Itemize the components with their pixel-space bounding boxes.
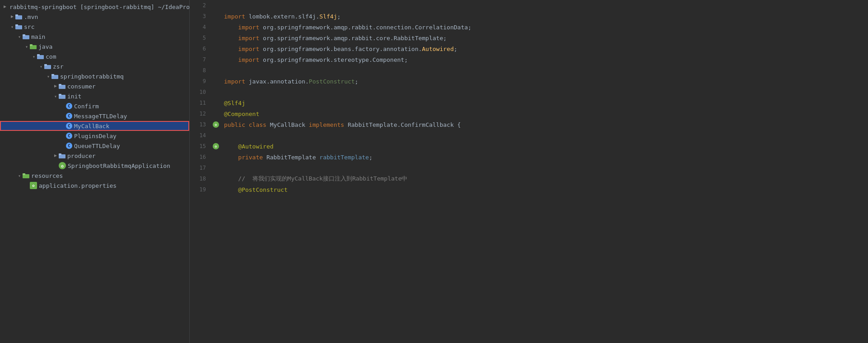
com-label: com [46, 53, 56, 60]
code-content-7: import org.springframework.stereotype.Co… [220, 54, 868, 65]
props-icon: ✿ [30, 182, 37, 189]
line-num-8: 8 [190, 65, 211, 76]
tree-item-springbootrabbitmq[interactable]: springbootrabbitmq [0, 71, 189, 81]
tree-item-MessageTTLDelay[interactable]: C MessageTTLDelay [0, 111, 189, 121]
gutter-12 [211, 108, 220, 119]
messagettldelay-label: MessageTTLDelay [74, 113, 127, 120]
svg-rect-11 [30, 44, 33, 46]
tree-item-com[interactable]: com [0, 51, 189, 61]
tree-item-MyCallBack[interactable]: C MyCallBack [0, 121, 189, 131]
resources-arrow [16, 172, 23, 179]
line-num-17: 17 [190, 162, 211, 173]
tree-item-producer[interactable]: producer [0, 151, 189, 161]
gutter-7 [211, 54, 220, 65]
svg-rect-20 [59, 84, 61, 86]
code-lines-container: 2 3 import lombok.extern.slf4j.Slf4j; 4 … [190, 0, 868, 195]
line-num-19: 19 [190, 184, 211, 195]
svg-rect-27 [23, 173, 25, 175]
com-folder-icon [37, 53, 44, 60]
tree-item-main[interactable]: main [0, 32, 189, 42]
mycallback-class-icon: C [66, 123, 72, 129]
code-line-18: 18 // 将我们实现的MyCallBack接口注入到RabbitTemplat… [190, 173, 868, 184]
mvn-label: .mvn [24, 14, 38, 20]
line-num-4: 4 [190, 22, 211, 32]
svg-rect-22 [59, 94, 61, 96]
line-num-10: 10 [190, 87, 211, 97]
src-arrow [9, 23, 15, 30]
consumer-label: consumer [67, 83, 96, 90]
tree-item-consumer[interactable]: consumer [0, 81, 189, 91]
code-line-3: 3 import lombok.extern.slf4j.Slf4j; [190, 11, 868, 22]
tree-item-PluginsDelay[interactable]: C PluginsDelay [0, 131, 189, 141]
tree-item-src[interactable]: src [0, 22, 189, 32]
springbootrabbitmq-arrow [45, 73, 51, 79]
tree-item-SpringbootRabbitmqApplication[interactable]: ✿ SpringbootRabbitmqApplication [0, 161, 189, 171]
line-num-3: 3 [190, 11, 211, 22]
consumer-arrow [52, 83, 59, 89]
svg-marker-0 [4, 5, 6, 8]
tree-item-java[interactable]: java [0, 42, 189, 51]
queuettldelay-label: QueueTTLDelay [74, 143, 120, 149]
gutter-14 [211, 130, 220, 141]
tree-item-Confirm[interactable]: C Confirm [0, 101, 189, 111]
line-num-5: 5 [190, 32, 211, 43]
tree-item-application-properties[interactable]: ✿ application.properties [0, 181, 189, 190]
code-line-5: 5 import org.springframework.amqp.rabbit… [190, 32, 868, 43]
code-line-17: 17 [190, 162, 868, 173]
tree-item-QueueTTLDelay[interactable]: C QueueTTLDelay [0, 141, 189, 151]
gutter-9 [211, 76, 220, 87]
svg-marker-3 [11, 15, 14, 18]
code-line-15: 15 ✿ @Autowired [190, 141, 868, 152]
code-line-12: 12 @Component [190, 108, 868, 119]
code-content-3: import lombok.extern.slf4j.Slf4j; [220, 11, 868, 22]
gutter-13: ✿ [211, 119, 220, 130]
pluginsdelay-label: PluginsDelay [74, 133, 117, 139]
tree-root[interactable]: rabbitmq-springboot [springboot-rabbitmq… [0, 2, 189, 12]
code-content-11: @Slf4j [220, 97, 868, 108]
code-content-13: public class MyCallBack implements Rabbi… [220, 119, 868, 130]
svg-marker-18 [54, 85, 57, 88]
code-content-18: // 将我们实现的MyCallBack接口注入到RabbitTemplate中 [220, 173, 868, 184]
code-content-8 [220, 65, 868, 76]
svg-rect-5 [15, 14, 18, 16]
gutter-6 [211, 43, 220, 54]
init-label: init [67, 93, 81, 100]
code-line-7: 7 import org.springframework.stereotype.… [190, 54, 868, 65]
code-line-11: 11 @Slf4j [190, 97, 868, 108]
com-arrow [31, 53, 37, 60]
init-folder-icon [59, 93, 66, 99]
root-label: rabbitmq-springboot [springboot-rabbitmq… [9, 4, 190, 10]
code-content-14 [220, 130, 868, 141]
tree-item-mvn[interactable]: .mvn [0, 12, 189, 22]
tree-item-zsr[interactable]: zsr [0, 61, 189, 71]
tree-item-resources[interactable]: resources [0, 171, 189, 181]
gutter-15: ✿ [211, 141, 220, 152]
code-content-2 [220, 0, 868, 11]
tree-item-init[interactable]: init [0, 91, 189, 101]
code-line-14: 14 [190, 130, 868, 141]
line-num-2: 2 [190, 0, 211, 11]
main-label: main [31, 33, 45, 40]
code-content-16: private RabbitTemplate rabbitTemplate; [220, 152, 868, 162]
line-num-18: 18 [190, 173, 211, 184]
confirm-class-icon: C [66, 103, 72, 109]
line-num-6: 6 [190, 43, 211, 54]
main-folder-icon [23, 33, 30, 40]
producer-label: producer [67, 153, 96, 159]
svg-marker-23 [54, 154, 57, 157]
line-num-7: 7 [190, 54, 211, 65]
spring-app-icon: ✿ [59, 162, 66, 169]
springbootrabbitmq-label: springbootrabbitmq [60, 73, 124, 80]
java-label: java [38, 43, 52, 50]
svg-rect-7 [15, 24, 18, 26]
code-line-10: 10 [190, 87, 868, 97]
mycallback-label: MyCallBack [74, 123, 109, 130]
svg-rect-9 [23, 34, 25, 36]
gutter-18 [211, 173, 220, 184]
src-folder-icon [15, 23, 23, 30]
gutter-19 [211, 184, 220, 195]
producer-folder-icon [59, 153, 66, 159]
code-editor-panel: 2 3 import lombok.extern.slf4j.Slf4j; 4 … [190, 0, 868, 343]
file-tree-panel: rabbitmq-springboot [springboot-rabbitmq… [0, 0, 190, 343]
code-content-9: import javax.annotation.PostConstruct; [220, 76, 868, 87]
